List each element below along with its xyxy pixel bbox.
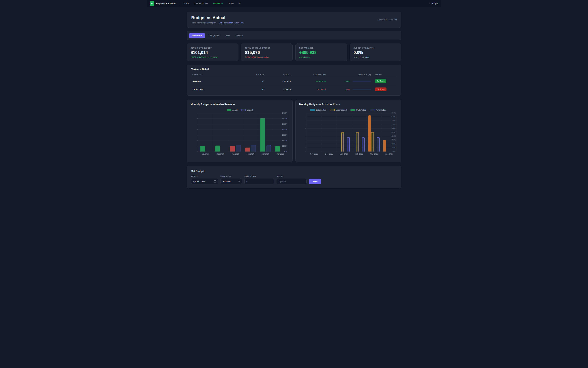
bar-parts-budget-jan-2026 <box>347 137 350 152</box>
kpi-budget-utilization: BUDGET UTILIZATION 0.0% % of budget spen… <box>350 44 401 61</box>
gridline-v <box>258 113 258 152</box>
variance-detail-title: Variance Detail <box>191 68 397 71</box>
legend-item-labor-actual[interactable]: Labor Actual <box>310 109 326 111</box>
kpi-value: 0.0% <box>353 50 398 55</box>
gridline-v <box>228 113 228 152</box>
table-row-revenue: Revenue $0 $101,014 +$101,014 +0.0% On T… <box>191 77 397 85</box>
y-axis-label: $100K <box>282 145 287 147</box>
tab-this-month[interactable]: This Month <box>189 33 205 38</box>
bar-actual-apr-2026 <box>275 146 280 152</box>
notes-input[interactable] <box>279 180 305 183</box>
variance-progress-bar <box>353 81 371 82</box>
chevron-down-icon <box>238 181 240 182</box>
col-variance-pct: VARIANCE (%) <box>327 72 372 77</box>
notes-field-group: NOTES <box>277 175 307 184</box>
bar-budget-feb-2026 <box>251 145 256 152</box>
nav-item-team[interactable]: TEAM <box>227 2 234 5</box>
axis-tick <box>305 144 306 144</box>
col-budget: BUDGET <box>241 72 265 77</box>
job-profitability-link[interactable]: Job Profitability <box>219 22 233 24</box>
save-button[interactable]: Save <box>309 179 321 184</box>
row-category: Labor Cost <box>191 85 241 93</box>
kpi-total-costs-vs-budget: TOTAL COSTS VS BUDGET $15,076 $-15,076 (… <box>241 44 293 61</box>
gridline-v <box>307 113 307 152</box>
axis-tick <box>305 136 306 136</box>
nav-item-finance[interactable]: FINANCE <box>213 2 223 5</box>
plot-area: $0K$100K$200K$300K$400K$500K$600K$700K <box>191 113 289 152</box>
chart-legend: ActualBudget <box>191 109 289 111</box>
variance-detail-card: Variance Detail CATEGORY BUDGET ACTUAL V… <box>187 65 401 96</box>
breadcrumb-slash: / <box>429 2 430 5</box>
bar-actual-mar-2026 <box>260 119 265 152</box>
kpi-label: BUDGET UTILIZATION <box>353 47 398 49</box>
status-badge: On Track <box>375 79 386 83</box>
kpi-note: $-15,076 (0.0%) over budget <box>245 56 289 58</box>
y-axis-label: $50K <box>391 112 396 114</box>
x-axis-label: Apr 2026 <box>381 153 397 155</box>
y-axis-label: $400K <box>282 129 287 130</box>
nav-item-ai[interactable]: AI <box>238 2 241 5</box>
amount-field-group: AMOUNT ($) <box>244 175 274 184</box>
cash-flow-link[interactable]: Cash Flow <box>235 22 244 24</box>
legend-label: Labor Budget <box>336 109 347 111</box>
y-axis-label: $300K <box>282 134 287 136</box>
x-axis-label: Apr 2026 <box>273 153 288 155</box>
month-label: MONTH <box>191 175 218 177</box>
kpi-note: Ahead of plan <box>299 56 343 58</box>
legend-item-labor-budget[interactable]: Labor Budget <box>330 109 347 111</box>
y-axis-label: $10K <box>391 143 396 145</box>
axis-tick <box>197 129 198 130</box>
legend-item-budget[interactable]: Budget <box>241 109 253 111</box>
bar-labor-budget-feb-2026 <box>356 132 359 152</box>
subtitle-separator: · <box>233 22 235 24</box>
y-axis-label: $500K <box>282 123 287 125</box>
page-title: Budget vs Actual <box>191 16 244 20</box>
kpi-note: +$101,014 (0.0%) vs budget $0 <box>191 56 235 58</box>
chart-legend: Labor ActualLabor BudgetParts ActualPart… <box>299 109 397 111</box>
costs-chart-title: Monthly Budget vs Actual — Costs <box>299 103 397 106</box>
kpi-value: $101,014 <box>191 50 235 55</box>
x-axis-label: Jan 2026 <box>336 153 352 155</box>
kpi-value: +$85,938 <box>299 50 343 55</box>
x-axis-label: Nov 2025 <box>198 153 213 155</box>
amount-label: AMOUNT ($) <box>244 175 274 177</box>
kpi-note: % of budget spent <box>353 56 398 58</box>
category-field-group: CATEGORY Revenue <box>220 175 242 184</box>
gridline-v <box>336 113 337 152</box>
breadcrumb: / Budget <box>429 2 438 5</box>
legend-swatch <box>310 109 315 111</box>
tab-this-quarter[interactable]: This Quarter <box>206 33 222 38</box>
y-axis-label: $25K <box>391 131 396 133</box>
row-variance-pct: 0.0% <box>346 88 350 91</box>
nav-item-operations[interactable]: OPERATIONS <box>194 2 208 5</box>
nav-item-jobs[interactable]: JOBS <box>183 2 189 5</box>
set-budget-title: Set Budget <box>191 170 397 173</box>
revenue-chart-card: Monthly Budget vs Actual — Revenue Actua… <box>187 100 293 162</box>
tab-ytd[interactable]: YTD <box>223 33 232 38</box>
y-axis-label: $40K <box>391 120 396 121</box>
axis-tick <box>305 120 306 121</box>
breadcrumb-current: Budget <box>432 2 438 5</box>
legend-item-parts-budget[interactable]: Parts Budget <box>370 109 386 111</box>
kpi-label: TOTAL COSTS VS BUDGET <box>245 47 289 49</box>
legend-item-parts-actual[interactable]: Parts Actual <box>351 109 366 111</box>
costs-chart-card: Monthly Budget vs Actual — Costs Labor A… <box>295 100 401 162</box>
month-input[interactable]: April 2026 <box>191 179 218 184</box>
axis-tick <box>197 113 198 113</box>
legend-swatch <box>330 109 335 111</box>
amount-input[interactable] <box>246 180 272 183</box>
month-field-group: MONTH April 2026 <box>191 175 218 184</box>
x-axis-label: Mar 2026 <box>366 153 381 155</box>
bar-labor-budget-jan-2026 <box>341 132 344 152</box>
y-axis-label: $200K <box>282 139 287 141</box>
tab-custom[interactable]: Custom <box>233 33 245 38</box>
bar-actual-feb-2026 <box>245 147 250 152</box>
kpi-label: NET VARIANCE <box>299 47 343 49</box>
row-budget: $0 <box>241 85 265 93</box>
nav-divider <box>180 2 180 5</box>
kpi-revenue-vs-budget: REVENUE VS BUDGET $101,014 +$101,014 (0.… <box>187 44 238 61</box>
legend-item-actual[interactable]: Actual <box>227 109 237 111</box>
subtitle-text: Track spending against plan — <box>191 22 219 24</box>
category-select[interactable]: Revenue <box>220 179 242 184</box>
axis-tick <box>305 113 306 113</box>
